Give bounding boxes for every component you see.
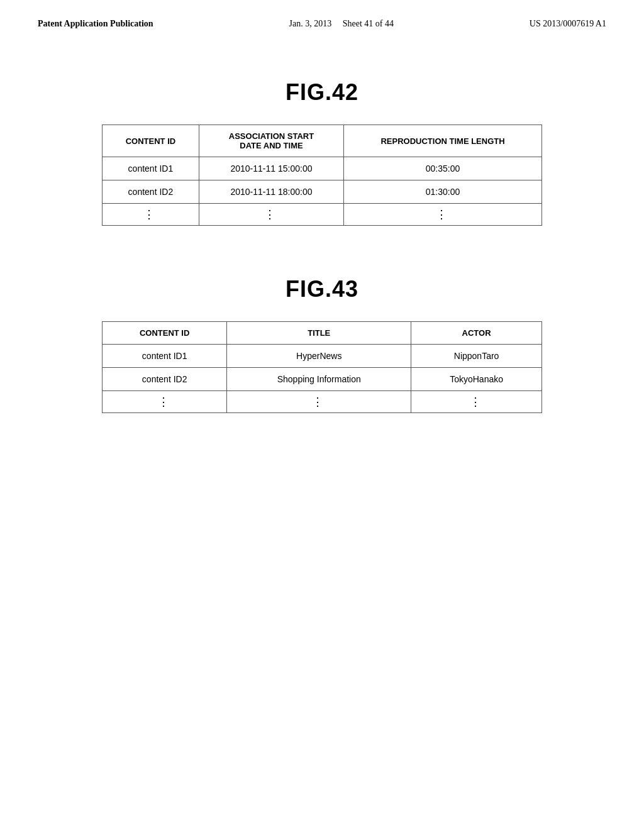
fig42-row2-id: content ID2 [103,180,199,204]
table-row: content ID2 2010-11-11 18:00:00 01:30:00 [103,180,542,204]
fig42-col-content-id: CONTENT ID [103,125,199,157]
page-header: Patent Application Publication Jan. 3, 2… [38,19,606,29]
fig42-header-row: CONTENT ID ASSOCIATION STARTDATE AND TIM… [103,125,542,157]
table-row: content ID1 2010-11-11 15:00:00 00:35:00 [103,157,542,180]
publication-label: Patent Application Publication [38,19,153,29]
fig42-section: FIG.42 CONTENT ID ASSOCIATION STARTDATE … [38,79,606,226]
fig43-row1-actor: NipponTaro [411,345,542,368]
fig42-title: FIG.42 [286,79,358,106]
fig42-col-reproduction: REPRODUCTION TIME LENGTH [344,125,542,157]
table-row: content ID2 Shopping Information TokyoHa… [103,368,542,391]
fig43-col-actor: ACTOR [411,322,542,345]
fig43-dots-id: ⋮ [103,391,227,413]
fig42-col-association: ASSOCIATION STARTDATE AND TIME [199,125,343,157]
fig43-row2-actor: TokyoHanako [411,368,542,391]
fig42-row1-length: 00:35:00 [344,157,542,180]
fig42-dots-date: ⋮ [199,204,343,226]
fig43-row2-id: content ID2 [103,368,227,391]
fig42-dots-length: ⋮ [344,204,542,226]
fig43-row2-title: Shopping Information [227,368,411,391]
fig42-table: CONTENT ID ASSOCIATION STARTDATE AND TIM… [102,124,542,226]
fig43-title: FIG.43 [286,276,358,302]
fig43-dots-title: ⋮ [227,391,411,413]
fig43-row1-id: content ID1 [103,345,227,368]
table-row: ⋮ ⋮ ⋮ [103,391,542,413]
fig43-col-content-id: CONTENT ID [103,322,227,345]
table-row: content ID1 HyperNews NipponTaro [103,345,542,368]
table-row: ⋮ ⋮ ⋮ [103,204,542,226]
publication-date: Jan. 3, 2013 Sheet 41 of 44 [289,19,394,29]
fig43-col-title: TITLE [227,322,411,345]
fig43-table: CONTENT ID TITLE ACTOR content ID1 Hyper… [102,321,542,413]
fig42-row2-date: 2010-11-11 18:00:00 [199,180,343,204]
fig42-dots-id: ⋮ [103,204,199,226]
fig43-section: FIG.43 CONTENT ID TITLE ACTOR content ID… [38,276,606,413]
fig43-dots-actor: ⋮ [411,391,542,413]
fig42-row2-length: 01:30:00 [344,180,542,204]
fig43-header-row: CONTENT ID TITLE ACTOR [103,322,542,345]
patent-number: US 2013/0007619 A1 [530,19,606,29]
fig43-row1-title: HyperNews [227,345,411,368]
fig42-row1-date: 2010-11-11 15:00:00 [199,157,343,180]
fig42-row1-id: content ID1 [103,157,199,180]
